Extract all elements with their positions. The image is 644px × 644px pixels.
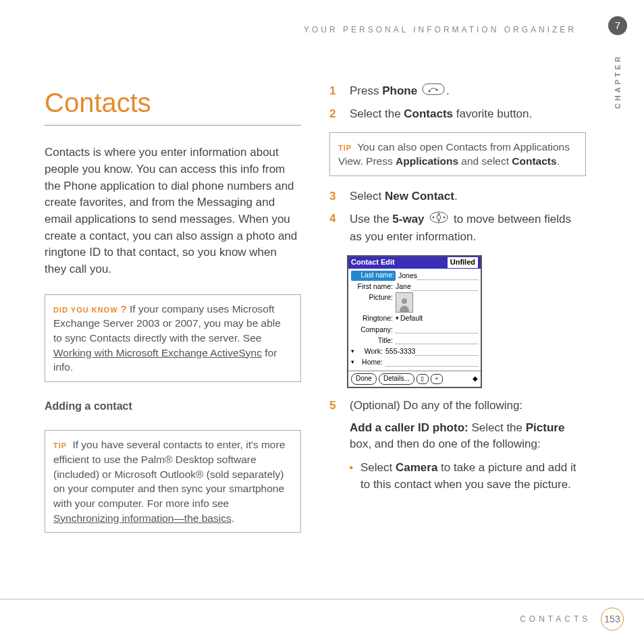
palm-ringtone-value: Default [400, 313, 423, 323]
did-you-know-box: DID YOU KNOW? If your company uses Micro… [45, 294, 301, 382]
palm-lastname-label: Last name: [351, 271, 396, 281]
palm-note-icon: ▯ [417, 374, 429, 384]
phone-button-icon [422, 83, 445, 101]
palm-ringtone-label: Ringtone: [351, 313, 393, 323]
palm-firstname-label: First name: [351, 281, 393, 292]
palm-home-label: Home: [356, 357, 383, 367]
running-head: YOUR PERSONAL INFORMATION ORGANIZER [45, 24, 576, 36]
dropdown-icon: ▾ [396, 314, 399, 323]
tip-box-left: TIP If you have several contacts to ente… [45, 430, 301, 533]
svg-point-2 [435, 89, 437, 91]
svg-point-4 [437, 215, 441, 219]
step-3: Select New Contact. [329, 188, 586, 205]
step-2: Select the Contacts favorite button. [329, 106, 586, 123]
link-sync-basics[interactable]: Synchronizing information—the basics [53, 512, 232, 524]
left-column: Contacts Contacts is where you enter inf… [45, 83, 301, 545]
palm-scroll-icon: ◆ [473, 374, 478, 384]
page-number: 153 [601, 608, 624, 630]
step-1: Press Phone . [329, 83, 586, 101]
five-way-nav-icon [429, 211, 449, 230]
dropdown-icon: ▾ [351, 358, 354, 367]
step-4: Use the 5-way to move between fields as … [329, 211, 586, 246]
right-column: Press Phone . Select the Contacts favori… [329, 83, 586, 545]
palm-done-button: Done [351, 373, 377, 385]
subhead-adding-contact: Adding a contact [45, 398, 301, 414]
palm-work-label: Work: [356, 346, 383, 356]
palm-work-value: 555-3333 [385, 346, 415, 356]
tip-box-right: TIP You can also open Contacts from Appl… [329, 132, 586, 176]
palm-details-button: Details... [379, 373, 414, 385]
chapter-label: CHAPTER [613, 54, 624, 109]
chapter-number-badge: 7 [608, 16, 627, 35]
palm-company-label: Company: [351, 325, 393, 335]
palm-contact-edit-screenshot: Contact Edit Unfiled Last name:Jones Fir… [347, 255, 482, 388]
question-mark-icon: ? [121, 303, 127, 315]
dropdown-icon: ▾ [351, 347, 354, 356]
palm-title-label: Title: [351, 336, 393, 346]
svg-point-5 [402, 298, 407, 304]
svg-point-1 [428, 90, 430, 92]
link-exchange-activesync[interactable]: Working with Microsoft Exchange ActiveSy… [53, 347, 262, 358]
tip-tag-right: TIP [338, 144, 352, 152]
palm-lastname-value: Jones [398, 271, 417, 281]
page-footer: CONTACTS 153 [0, 599, 644, 630]
palm-picture-box [396, 292, 413, 313]
palm-add-icon: + [431, 374, 443, 384]
svg-rect-0 [423, 84, 444, 95]
tip-tag: TIP [53, 441, 67, 450]
footer-section-label: CONTACTS [520, 614, 591, 624]
did-you-know-tag: DID YOU KNOW [53, 306, 118, 314]
intro-paragraph: Contacts is where you enter information … [45, 144, 301, 277]
page-title: Contacts [45, 83, 301, 126]
palm-window-title: Contact Edit [351, 257, 395, 268]
palm-picture-label: Picture: [351, 292, 393, 302]
palm-firstname-value: Jane [396, 281, 411, 292]
step-5: (Optional) Do any of the following: Add … [329, 398, 586, 493]
palm-category: Unfiled [448, 257, 478, 268]
tip-text: If you have several contacts to enter, i… [53, 439, 285, 509]
bullet-camera: Select Camera to take a picture and add … [356, 460, 586, 493]
